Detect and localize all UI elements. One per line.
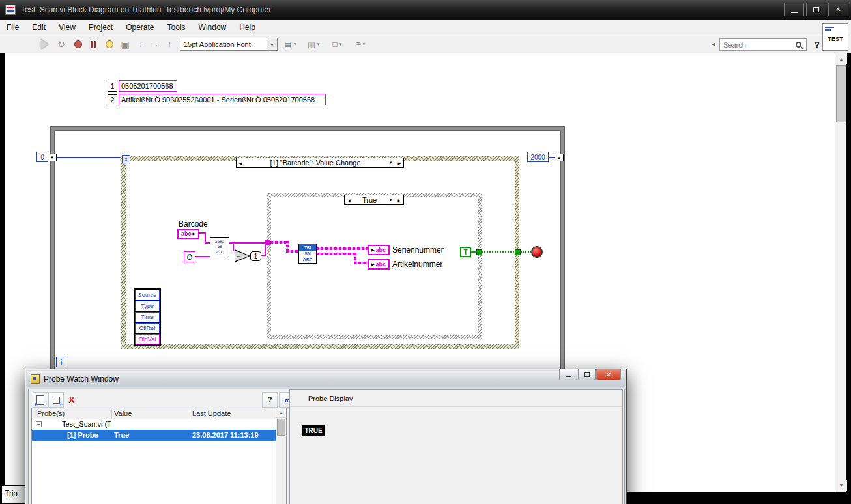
step-into-button[interactable]: ↓ <box>134 38 147 51</box>
abort-button[interactable] <box>72 38 85 51</box>
menu-project[interactable]: Project <box>82 20 119 35</box>
close-button[interactable]: ✕ <box>828 3 848 16</box>
boolean-wire[interactable] <box>482 251 516 253</box>
loop-tunnel-right[interactable]: ▲ <box>555 154 564 161</box>
add-probe-button[interactable] <box>48 392 64 408</box>
minimize-button[interactable] <box>784 3 804 16</box>
vertical-scrollbar[interactable]: ▲ ▼ <box>835 53 846 492</box>
event-data-ctlref[interactable]: CtlRef <box>135 323 160 333</box>
step-over-button[interactable]: → <box>149 38 162 51</box>
match-pattern-function-icon[interactable]: ab8ab8a?c <box>210 237 229 259</box>
loop-tunnel-left[interactable]: ▼ <box>48 154 57 161</box>
context-help-button[interactable]: ? <box>811 38 824 51</box>
scrollbar-thumb[interactable] <box>277 419 285 436</box>
case-selector[interactable]: ◀ True ▼ ▶ <box>344 195 404 205</box>
run-button[interactable] <box>38 38 51 51</box>
probe-watch-window[interactable]: Probe Watch Window ✕ X ? « Probe(s) Valu… <box>25 369 627 504</box>
event-data-time[interactable]: Time <box>135 312 160 322</box>
iteration-terminal[interactable]: i <box>56 357 66 367</box>
probe-minimize-button[interactable] <box>559 369 577 380</box>
string-constant-o[interactable]: Ö <box>184 251 195 262</box>
numeric-constant-2000[interactable]: 2000 <box>527 152 549 162</box>
probe-list-scrollbar[interactable]: ▲ <box>276 408 286 504</box>
artikelnummer-indicator-terminal[interactable]: ▶ abc <box>368 259 390 270</box>
scroll-down-button[interactable]: ▼ <box>835 480 847 491</box>
resize-objects-button[interactable]: □▼ <box>327 38 348 51</box>
event-data-source[interactable]: Source <box>135 290 160 300</box>
column-probes[interactable]: Probe(s) <box>37 410 65 417</box>
menu-tools[interactable]: Tools <box>161 20 192 35</box>
subvi-icon[interactable]: TRI SNART <box>298 244 317 264</box>
align-objects-button[interactable]: ▤▼ <box>280 38 301 51</box>
event-data-type[interactable]: Type <box>135 301 160 311</box>
boolean-wire[interactable] <box>521 251 531 253</box>
comparison-function-icon[interactable]: = <box>235 249 250 262</box>
event-selector[interactable]: ◀ [1] "Barcode": Value Change ▼ ▶ <box>236 158 404 168</box>
menu-help[interactable]: Help <box>233 20 262 35</box>
event-next-icon[interactable]: ▶ <box>395 161 403 165</box>
scroll-up-button[interactable]: ▲ <box>835 53 847 64</box>
menu-file[interactable]: File <box>0 20 25 35</box>
loop-condition-stop-terminal[interactable] <box>531 246 543 258</box>
menu-window[interactable]: Window <box>192 20 233 35</box>
highlight-execution-button[interactable] <box>103 38 116 51</box>
numeric-wire[interactable] <box>57 157 122 158</box>
free-label[interactable]: ArtikelßNr.Ö 90ß02552ß0001 - SerienßNr.Ö… <box>119 94 326 105</box>
search-icon[interactable] <box>796 42 801 48</box>
string-wire[interactable] <box>316 253 355 255</box>
search-collapse-button[interactable]: ◀ <box>709 38 718 51</box>
probe-tree-row-selected[interactable]: [1] Probe True 23.08.2017 11:13:19 <box>32 430 276 441</box>
numeric-constant-0[interactable]: 0 <box>36 152 48 162</box>
probe-close-button[interactable]: ✕ <box>596 369 621 380</box>
column-last-update[interactable]: Last Update <box>192 410 231 417</box>
free-label-marker[interactable]: 2 <box>108 94 117 105</box>
event-timeout-terminal[interactable]: x <box>122 155 130 163</box>
probe-help-button[interactable]: ? <box>262 392 278 408</box>
string-wire[interactable] <box>316 247 368 250</box>
true-constant[interactable]: T <box>460 247 471 257</box>
string-wire[interactable] <box>286 250 299 253</box>
column-value[interactable]: Value <box>114 410 132 417</box>
string-wire[interactable] <box>233 242 234 251</box>
index-constant-1[interactable]: 1 <box>250 251 261 261</box>
step-out-button[interactable]: ↑ <box>163 38 176 51</box>
vi-icon-pane[interactable]: TEST <box>822 23 848 51</box>
seriennummer-indicator-terminal[interactable]: ▶ abc <box>368 245 390 255</box>
string-wire[interactable] <box>270 241 287 244</box>
menu-view[interactable]: View <box>52 20 82 35</box>
chevron-down-icon[interactable]: ▼ <box>386 198 395 202</box>
delete-probe-button[interactable]: X <box>64 392 79 408</box>
maximize-button[interactable] <box>806 3 826 16</box>
background-window-fragment[interactable]: Tria <box>1 485 27 504</box>
event-data-oldval[interactable]: OldVal <box>135 334 160 344</box>
run-continuous-button[interactable]: ↻ <box>55 38 68 51</box>
string-wire[interactable] <box>354 262 369 264</box>
barcode-control-terminal[interactable]: abc ▶ <box>177 229 199 239</box>
free-label[interactable]: 0505201700568 <box>119 80 177 92</box>
pause-button[interactable] <box>87 38 100 51</box>
reorder-objects-button[interactable]: ≡▼ <box>351 38 371 51</box>
event-data-node[interactable]: Source Type Time CtlRef OldVal <box>134 288 161 346</box>
distribute-objects-button[interactable]: ▥▼ <box>304 38 325 51</box>
case-tunnel-input[interactable] <box>265 240 270 245</box>
probe-window-title-bar[interactable]: Probe Watch Window <box>27 371 625 387</box>
scroll-up-button[interactable]: ▲ <box>276 408 286 418</box>
free-label-marker[interactable]: 1 <box>108 81 117 92</box>
probe-tree-row-vi[interactable]: − Test_Scan.vi (T <box>32 419 276 430</box>
collapse-expander-icon[interactable]: − <box>36 421 42 427</box>
event-prev-icon[interactable]: ◀ <box>237 161 245 165</box>
case-tunnel-output[interactable] <box>476 249 482 255</box>
open-probe-button[interactable] <box>33 392 48 408</box>
case-next-icon[interactable]: ▶ <box>395 198 403 203</box>
string-wire[interactable] <box>195 256 210 257</box>
menu-operate[interactable]: Operate <box>119 20 160 35</box>
retain-wire-values-button[interactable]: ▣ <box>119 38 132 51</box>
event-tunnel-output[interactable] <box>515 249 521 255</box>
chevron-down-icon[interactable]: ▼ <box>386 161 395 165</box>
search-input[interactable] <box>720 41 796 49</box>
menu-edit[interactable]: Edit <box>25 20 52 35</box>
probe-restore-button[interactable] <box>578 369 596 380</box>
string-wire[interactable] <box>229 242 265 244</box>
scrollbar-thumb[interactable] <box>836 65 846 122</box>
font-selector[interactable]: 15pt Application Font ▼ <box>180 38 278 51</box>
